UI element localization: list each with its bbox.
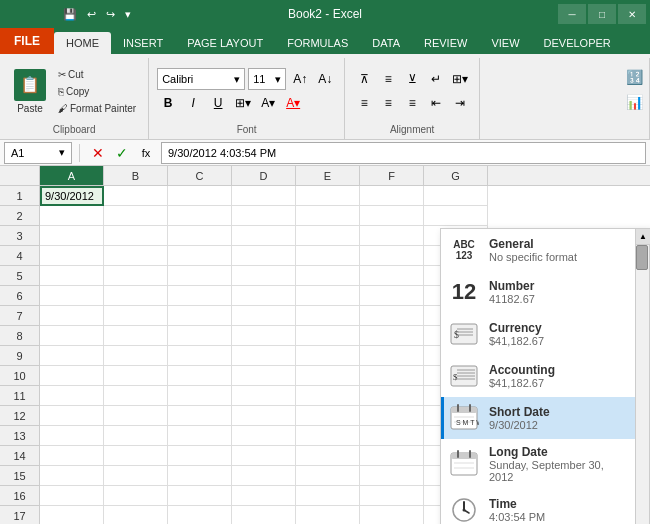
align-middle-button[interactable]: ≡ xyxy=(377,68,399,90)
cell-c2[interactable] xyxy=(168,206,232,226)
cell-c5[interactable] xyxy=(168,266,232,286)
cell-c3[interactable] xyxy=(168,226,232,246)
cell-b4[interactable] xyxy=(104,246,168,266)
cell-c8[interactable] xyxy=(168,326,232,346)
row-num-11[interactable]: 11 xyxy=(0,386,39,406)
merge-button[interactable]: ⊞▾ xyxy=(449,68,471,90)
cell-e6[interactable] xyxy=(296,286,360,306)
cancel-formula-button[interactable]: ✕ xyxy=(87,142,109,164)
cell-c17[interactable] xyxy=(168,506,232,524)
cell-c14[interactable] xyxy=(168,446,232,466)
cell-f10[interactable] xyxy=(360,366,424,386)
col-header-d[interactable]: D xyxy=(232,166,296,185)
cell-f17[interactable] xyxy=(360,506,424,524)
cell-a6[interactable] xyxy=(40,286,104,306)
cell-f13[interactable] xyxy=(360,426,424,446)
cell-e5[interactable] xyxy=(296,266,360,286)
cell-e15[interactable] xyxy=(296,466,360,486)
row-num-10[interactable]: 10 xyxy=(0,366,39,386)
cell-f16[interactable] xyxy=(360,486,424,506)
indent-decrease-button[interactable]: ⇤ xyxy=(425,92,447,114)
cell-f7[interactable] xyxy=(360,306,424,326)
cell-a10[interactable] xyxy=(40,366,104,386)
undo-btn[interactable]: ↩ xyxy=(84,6,99,23)
row-num-15[interactable]: 15 xyxy=(0,466,39,486)
cell-b15[interactable] xyxy=(104,466,168,486)
align-top-button[interactable]: ⊼ xyxy=(353,68,375,90)
tab-data[interactable]: DATA xyxy=(360,32,412,54)
cell-d16[interactable] xyxy=(232,486,296,506)
row-num-14[interactable]: 14 xyxy=(0,446,39,466)
cell-d2[interactable] xyxy=(232,206,296,226)
cell-f5[interactable] xyxy=(360,266,424,286)
minimize-btn[interactable]: ─ xyxy=(558,4,586,24)
cell-d6[interactable] xyxy=(232,286,296,306)
cell-b8[interactable] xyxy=(104,326,168,346)
row-num-9[interactable]: 9 xyxy=(0,346,39,366)
name-box[interactable]: A1 ▾ xyxy=(4,142,72,164)
cell-d13[interactable] xyxy=(232,426,296,446)
cell-a7[interactable] xyxy=(40,306,104,326)
format-item-accounting[interactable]: $ Accounting $41,182.67 xyxy=(441,355,649,397)
cell-a12[interactable] xyxy=(40,406,104,426)
confirm-formula-button[interactable]: ✓ xyxy=(111,142,133,164)
cell-b10[interactable] xyxy=(104,366,168,386)
cell-d4[interactable] xyxy=(232,246,296,266)
cell-a4[interactable] xyxy=(40,246,104,266)
cell-e7[interactable] xyxy=(296,306,360,326)
close-btn[interactable]: ✕ xyxy=(618,4,646,24)
cell-f3[interactable] xyxy=(360,226,424,246)
bold-button[interactable]: B xyxy=(157,92,179,114)
cell-e4[interactable] xyxy=(296,246,360,266)
cell-c6[interactable] xyxy=(168,286,232,306)
cell-a8[interactable] xyxy=(40,326,104,346)
col-header-e[interactable]: E xyxy=(296,166,360,185)
paste-button[interactable]: 📋 Paste xyxy=(8,65,52,118)
cell-d15[interactable] xyxy=(232,466,296,486)
cell-c10[interactable] xyxy=(168,366,232,386)
cell-b14[interactable] xyxy=(104,446,168,466)
cell-a9[interactable] xyxy=(40,346,104,366)
cell-d5[interactable] xyxy=(232,266,296,286)
cell-f9[interactable] xyxy=(360,346,424,366)
cell-a11[interactable] xyxy=(40,386,104,406)
align-right-button[interactable]: ≡ xyxy=(401,92,423,114)
format-item-time[interactable]: Time 4:03:54 PM xyxy=(441,489,649,524)
col-header-a[interactable]: A xyxy=(40,166,104,185)
cell-d3[interactable] xyxy=(232,226,296,246)
format-item-general[interactable]: ABC123 General No specific format xyxy=(441,229,649,271)
cell-f8[interactable] xyxy=(360,326,424,346)
cell-e16[interactable] xyxy=(296,486,360,506)
cell-f15[interactable] xyxy=(360,466,424,486)
col-header-g[interactable]: G xyxy=(424,166,488,185)
cell-d11[interactable] xyxy=(232,386,296,406)
row-num-2[interactable]: 2 xyxy=(0,206,39,226)
row-num-5[interactable]: 5 xyxy=(0,266,39,286)
tab-view[interactable]: VIEW xyxy=(479,32,531,54)
font-size-selector[interactable]: 11 ▾ xyxy=(248,68,286,90)
cell-g2[interactable] xyxy=(424,206,488,226)
tab-file[interactable]: FILE xyxy=(0,28,54,54)
cell-b11[interactable] xyxy=(104,386,168,406)
cell-d9[interactable] xyxy=(232,346,296,366)
wrap-text-button[interactable]: ↵ xyxy=(425,68,447,90)
format-item-shortdate[interactable]: S M T W T Short Date 9/30/2012 xyxy=(441,397,649,439)
cell-b5[interactable] xyxy=(104,266,168,286)
font-color-button[interactable]: A▾ xyxy=(282,92,304,114)
row-num-1[interactable]: 1 xyxy=(0,186,39,206)
row-num-12[interactable]: 12 xyxy=(0,406,39,426)
cell-a13[interactable] xyxy=(40,426,104,446)
cell-d7[interactable] xyxy=(232,306,296,326)
tab-formulas[interactable]: FORMULAS xyxy=(275,32,360,54)
row-num-13[interactable]: 13 xyxy=(0,426,39,446)
insert-function-button[interactable]: fx xyxy=(135,142,157,164)
cell-c11[interactable] xyxy=(168,386,232,406)
row-num-16[interactable]: 16 xyxy=(0,486,39,506)
cell-d8[interactable] xyxy=(232,326,296,346)
cell-f14[interactable] xyxy=(360,446,424,466)
cell-a15[interactable] xyxy=(40,466,104,486)
italic-button[interactable]: I xyxy=(182,92,204,114)
format-painter-button[interactable]: 🖌Format Painter xyxy=(54,101,140,116)
cell-a16[interactable] xyxy=(40,486,104,506)
format-item-currency[interactable]: $ Currency $41,182.67 xyxy=(441,313,649,355)
